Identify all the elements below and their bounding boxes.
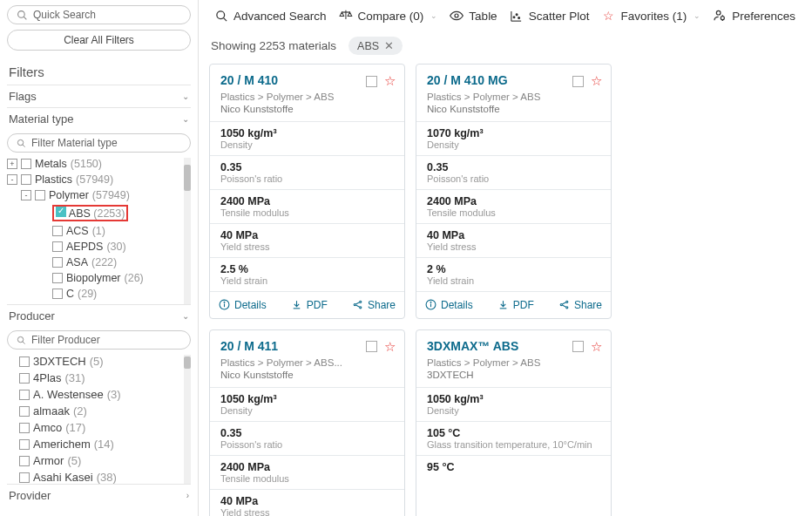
compare-button[interactable]: Compare (0) ⌄ [335,7,442,24]
producer-item[interactable]: Americhem (14) [7,436,191,452]
producer-item[interactable]: 3DXTECH (5) [7,353,191,370]
checkbox[interactable] [19,456,30,466]
flags-group[interactable]: Flags⌄ [7,85,191,107]
checkbox[interactable] [19,373,30,384]
pdf-button[interactable]: PDF [291,299,328,311]
toolbar: Advanced Search Compare (0) ⌄ Table Scat… [199,0,812,31]
tree-item-acs[interactable]: ACS (1) [7,223,191,239]
producer-item[interactable]: Amco (17) [7,419,191,436]
checkbox[interactable] [19,356,30,367]
select-checkbox[interactable] [366,76,377,87]
property-value: 2400 MPa [220,195,394,207]
tree-item-plastics[interactable]: - Plastics (57949) [7,172,191,187]
select-checkbox[interactable] [572,341,584,352]
scrollbar[interactable] [184,355,191,484]
filter-producer-input[interactable]: Filter Producer [7,330,191,350]
chevron-down-icon: ⌄ [430,11,437,20]
producer-item[interactable]: Armor (5) [7,452,191,469]
scrollbar[interactable] [184,158,191,304]
property-row: 40 MPaYield stress [210,223,404,257]
expand-icon[interactable]: + [7,159,17,169]
expand-icon[interactable]: - [21,190,31,200]
producer-item[interactable]: 4Plas (31) [7,370,191,386]
svg-point-14 [518,17,520,18]
property-value: 0.35 [427,161,600,173]
expand-icon[interactable]: - [7,174,17,185]
select-checkbox[interactable] [366,341,377,352]
material-card: 20 / M 410 MGPlastics > Polymer > ABSNic… [416,64,612,319]
quick-search[interactable]: Quick Search [7,5,191,24]
share-button[interactable]: Share [558,299,602,311]
property-row: 2.5 %Yield strain [210,257,404,291]
favorite-star-icon[interactable]: ☆ [384,73,396,89]
property-row: 2400 MPaTensile modulus [210,189,404,223]
property-label: Yield strain [220,275,394,286]
svg-line-7 [223,17,227,21]
advanced-search-button[interactable]: Advanced Search [211,7,330,24]
scatter-plot-button[interactable]: Scatter Plot [506,7,593,24]
search-icon [17,336,26,345]
chevron-down-icon: ⌄ [182,92,189,101]
pdf-button[interactable]: PDF [497,299,534,311]
checkbox[interactable] [52,241,63,252]
favorite-star-icon[interactable]: ☆ [591,339,602,355]
svg-point-26 [360,307,362,309]
property-label: Tensile modulus [427,207,600,218]
select-checkbox[interactable] [572,76,584,87]
checkbox[interactable] [21,159,31,169]
card-breadcrumb: Plastics > Polymer > ABS [427,91,600,104]
provider-group[interactable]: Provider› [7,484,191,506]
tree-item-metals[interactable]: + Metals (5150) [7,156,191,172]
details-button[interactable]: Details [425,299,473,311]
table-button[interactable]: Table [446,7,500,24]
svg-point-9 [455,14,458,17]
property-row: 40 MPaYield stress [210,489,404,516]
tree-item-polymer[interactable]: - Polymer (57949) [7,187,191,203]
producer-item[interactable]: almaak (2) [7,403,191,419]
checkbox[interactable] [21,174,31,185]
close-icon[interactable]: ✕ [384,39,394,52]
property-row: 1050 kg/m³Density [210,121,404,155]
card-header: 20 / M 410 MGPlastics > Polymer > ABSNic… [416,64,611,121]
details-button[interactable]: Details [219,299,267,311]
svg-line-5 [23,341,25,343]
share-button[interactable]: Share [352,299,396,311]
checkbox[interactable] [19,406,30,417]
svg-point-25 [360,302,362,303]
material-type-group[interactable]: Material type⌄ [7,107,191,130]
checkbox[interactable] [19,423,30,433]
tree-item-c[interactable]: C (29) [7,286,191,302]
favorite-star-icon[interactable]: ☆ [384,339,396,355]
tree-item-aepds[interactable]: AEPDS (30) [7,239,191,255]
card-breadcrumb: Plastics > Polymer > ABS... [220,356,394,370]
tree-item-asa[interactable]: ASA (222) [7,255,191,270]
preferences-button[interactable]: Preferences [709,7,799,24]
checkbox[interactable] [19,390,30,400]
checkbox[interactable] [56,207,66,217]
tree-item-abs[interactable]: ABS (2253) [7,203,191,223]
checkbox[interactable] [52,257,63,268]
search-icon [17,139,26,148]
checkbox[interactable] [19,472,30,483]
producer-group[interactable]: Producer⌄ [7,304,191,327]
tree-item-ca[interactable]: CA (13) [7,302,191,304]
checkbox[interactable] [19,439,30,450]
checkbox[interactable] [52,289,63,299]
scale-icon [339,9,353,23]
results-grid: 20 / M 410Plastics > Polymer > ABSNico K… [199,64,812,516]
property-label: Yield stress [427,241,600,252]
checkbox[interactable] [52,226,63,236]
star-icon: ☆ [601,9,615,23]
clear-filters-button[interactable]: Clear All Filters [7,30,191,51]
favorite-star-icon[interactable]: ☆ [591,73,602,89]
favorites-button[interactable]: ☆ Favorites (1) ⌄ [598,7,704,24]
filter-material-type-input[interactable]: Filter Material type [7,133,191,153]
checkbox[interactable] [52,273,63,283]
checkbox[interactable] [35,190,45,200]
producer-item[interactable]: A. Westensee (3) [7,386,191,403]
property-label: Glass transition temperature, 10°C/min [427,439,600,450]
tree-item-biopolymer[interactable]: Biopolymer (26) [7,270,191,286]
filter-chip-abs[interactable]: ABS ✕ [348,37,403,55]
svg-line-27 [355,302,359,304]
producer-item[interactable]: Asahi Kasei (38) [7,469,191,484]
